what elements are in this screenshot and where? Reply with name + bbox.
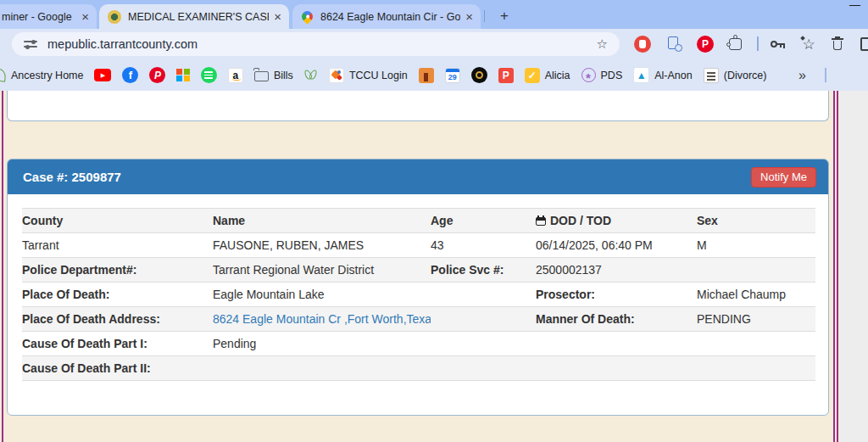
bookmark-bills-folder[interactable]: Bills [254,69,293,81]
bookmark-amazon[interactable]: a [228,68,243,83]
notify-me-button[interactable]: Notify Me [751,167,816,187]
tccu-icon [329,68,344,83]
place-of-death-value: Eagle Mountain Lake [213,283,431,307]
cause-of-death-2-value [213,356,815,381]
bookmark-pds[interactable]: * PDS [581,68,623,82]
site-info-tune-icon[interactable] [24,37,37,51]
table-row: Place Of Death: Eagle Mountain Lake Pros… [22,283,815,307]
google-maps-pin-icon [299,8,314,24]
new-tab-button[interactable]: + [493,5,515,27]
address-link[interactable]: 8624 Eagle Mountain Cr ,Fort Worth,Texas [213,312,431,326]
spotify-icon [201,67,217,83]
microsoft-icon [176,69,190,82]
bookmark-facebook[interactable]: f [122,67,138,83]
bookmark-youtube[interactable]: ▶ [94,69,111,81]
bookmark-red-p[interactable]: P [498,68,514,83]
bookmark-star-icon[interactable]: ☆ [597,36,608,52]
address-bar[interactable]: mepublic.tarrantcounty.com ☆ [12,32,620,56]
bookmark-al-anon[interactable]: ▲ Al-Anon [633,67,692,83]
window-icon[interactable] [858,36,868,53]
police-svc-value: 2500002137 [536,258,697,283]
prosector-label: Prosector: [536,283,697,307]
close-icon[interactable]: × [465,9,473,24]
black-gold-circle-icon [471,67,487,83]
close-icon[interactable]: × [81,9,89,24]
bookmark-green-plant[interactable] [304,68,318,82]
manner-of-death-value: PENDING [697,307,815,332]
empty-cell [697,258,815,283]
orange-tower-icon [419,68,434,83]
police-svc-label: Police Svc #: [431,258,536,283]
password-key-icon[interactable] [770,36,787,53]
top-panel [7,91,829,121]
pds-circle-icon: * [581,68,596,82]
youtube-icon: ▶ [94,69,111,81]
place-of-death-address-value: 8624 Eagle Mountain Cr ,Fort Worth,Texas [213,307,431,332]
minimize-button[interactable]: — [849,0,860,11]
county-value: Tarrant [22,233,213,258]
red-p-icon: P [498,68,514,83]
tab-medical-examiner-google[interactable]: miner - Google × [0,4,97,29]
empty-cell [431,283,536,307]
tab-title: 8624 Eagle Mountain Cir - Google [320,11,460,23]
case-number-title: Case #: 2509877 [23,170,121,184]
prosector-value: Michael Chaump [697,283,815,307]
bookmarks-separator [825,68,826,82]
folder-icon [254,71,269,81]
green-plant-icon [304,68,318,82]
bookmarks-overflow-chevron[interactable]: » [798,68,806,83]
al-anon-triangle-icon: ▲ [633,67,649,83]
facebook-icon: f [122,67,138,83]
manner-of-death-label: Manner Of Death: [536,307,697,332]
bookmark-ancestry-home[interactable]: Ancestry Home [0,69,83,81]
cause-of-death-2-label: Cause Of Death Part II: [22,356,213,381]
extensions-puzzle-icon[interactable] [727,36,744,53]
table-row: Place Of Death Address: 8624 Eagle Mount… [22,307,815,332]
tab-title: MEDICAL EXAMINER'S CASE RECO [128,11,269,23]
delete-icon[interactable] [829,36,846,53]
col-dod-tod: DOD / TOD [536,209,697,233]
ancestry-leaf-icon [0,68,7,82]
col-sex: Sex [697,209,815,233]
texas-law-help-icon [704,68,719,83]
bookmark-microsoft[interactable] [176,69,190,82]
toolbar-separator [757,36,759,51]
case-table: County Name Age DOD / TOD Sex Tarrant FA… [22,208,815,381]
tab-medical-examiners-case-record[interactable]: MEDICAL EXAMINER'S CASE RECO × [99,4,289,29]
cause-of-death-1-value: Pending [213,332,815,356]
place-of-death-label: Place Of Death: [22,283,213,307]
col-county: County [22,209,213,233]
cause-of-death-1-label: Cause Of Death Part I: [22,332,213,356]
google-calendar-icon: 29 [445,68,460,83]
bookmark-tccu-login[interactable]: TCCU Login [329,68,408,83]
table-row: Tarrant FAUSONE, RUBEN, JAMES 43 06/14/2… [22,233,815,258]
pinterest-icon[interactable]: P [697,36,714,53]
pinterest-icon: P [149,67,165,83]
image-search-icon[interactable] [666,36,683,53]
bookmark-spotify[interactable] [201,67,217,83]
browser-toolbar: mepublic.tarrantcounty.com ☆ P ☆ [0,29,868,59]
case-card: Case #: 2509877 Notify Me County Name Ag… [7,159,829,416]
right-edge-line [837,91,838,442]
tab-strip: miner - Google × MEDICAL EXAMINER'S CASE… [0,0,868,29]
close-icon[interactable]: × [274,9,281,24]
police-department-value: Tarrant Regional Water District [213,258,431,283]
bookmark-alicia[interactable]: ✓ Alicia [525,68,570,83]
table-row: Cause Of Death Part II: [22,356,815,381]
left-edge-line [2,91,3,442]
col-age: Age [431,209,536,233]
adblock-icon[interactable] [634,36,651,53]
bookmark-orange-tower[interactable] [419,68,434,83]
tab-eagle-mountain-maps[interactable]: 8624 Eagle Mountain Cir - Google × [292,4,481,29]
tab-title: miner - Google [2,11,76,23]
featured-star-icon[interactable]: ☆ [800,36,817,53]
sex-value: M [697,233,815,258]
url-text[interactable]: mepublic.tarrantcounty.com [47,37,198,51]
bookmark-texas-law-help[interactable]: (Divorce) [704,68,767,83]
name-value: FAUSONE, RUBEN, JAMES [213,233,431,258]
bookmark-black-gold[interactable] [471,67,487,83]
bookmark-google-calendar[interactable]: 29 [445,68,460,83]
bookmark-pinterest[interactable]: P [149,67,165,83]
age-value: 43 [431,233,536,258]
dod-value: 06/14/2025, 06:40 PM [536,233,697,258]
